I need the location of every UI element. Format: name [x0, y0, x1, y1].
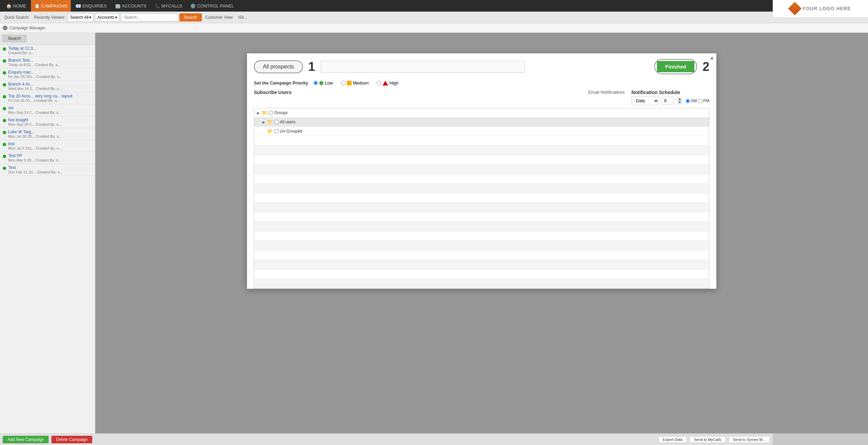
tree-empty-row — [254, 193, 709, 203]
pm-option[interactable]: PM — [698, 98, 709, 103]
finished-button[interactable]: Finished — [657, 61, 694, 72]
sidebar-campaign-item[interactable]: Top 20 Acco... very long ca... layout Fr… — [0, 92, 95, 104]
add-campaign-button[interactable]: Add New Campaign — [3, 436, 49, 443]
sidebar-campaign-item[interactable]: Not bought Mon Sep 24 2... Created By: s… — [0, 116, 95, 128]
search-input[interactable] — [121, 13, 178, 21]
priority-medium-radio[interactable] — [341, 81, 345, 85]
quick-search-button[interactable]: Quick Search — [2, 14, 31, 20]
nav-enquiries[interactable]: 📧 ENQUIRIES — [72, 0, 110, 12]
time-spinner[interactable]: ▲ ▼ — [677, 97, 682, 104]
time-up-button[interactable]: ▲ — [677, 97, 682, 101]
sidebar-search-button[interactable]: Search — [2, 35, 27, 42]
nav-enquiries-label: ENQUIRIES — [82, 3, 107, 9]
medium-dot-icon — [347, 81, 352, 86]
campaign-item-name: Art — [8, 106, 83, 110]
top-navigation: 🏠 HOME 📋 CAMPAIGNS 📧 ENQUIRIES 🏢 ACCOUNT… — [0, 0, 868, 12]
priority-high-option[interactable]: High — [377, 80, 399, 86]
tree-empty-row — [254, 174, 709, 184]
logo-text: YOUR LOGO HERE — [802, 6, 851, 11]
campaign-active-dot — [3, 47, 6, 51]
folder-icon-ungrouped: 📁 — [267, 128, 273, 134]
accounts-dropdown[interactable]: Accounts ▾ — [95, 13, 119, 21]
left-sidebar: Search Today at 11:3... Created By: s...… — [0, 33, 95, 433]
groups-label: Groups — [274, 110, 288, 115]
send-sms-button[interactable]: Send to Symes M... — [728, 436, 770, 443]
groups-checkbox[interactable] — [269, 111, 273, 115]
notification-schedule-section: Notification Schedule Daily Weekly Month… — [631, 90, 709, 105]
sidebar-campaign-item[interactable]: Luke W Targ... Mon Jul 30 20... Created … — [0, 128, 95, 140]
campaign-manager-icon — [3, 26, 7, 30]
subscribe-users-title: Subscribe Users — [254, 90, 292, 95]
campaign-item-date: Sun Feb 11 20... Created By: s... — [8, 170, 92, 174]
nav-control-panel[interactable]: ⚙️ CONTROL PANEL — [187, 0, 237, 12]
am-label: AM — [691, 98, 697, 103]
campaign-item-date: Mon Sep 24 2... Created By: s... — [8, 110, 92, 114]
search-all-dropdown[interactable]: Search All ▾ — [68, 13, 94, 21]
tree-empty-row — [254, 155, 709, 165]
campaign-item-name: Test — [8, 165, 83, 170]
tree-empty-row — [254, 260, 709, 270]
sidebar-search-row: Search — [0, 33, 95, 45]
logo-diamond-icon — [788, 2, 802, 15]
pm-label: PM — [703, 98, 709, 103]
campaign-item-date: Fri Jan 25 201... Created By: s... — [8, 75, 92, 79]
nav-mycalls-label: MYCALLS — [162, 3, 182, 9]
campaign-active-dot — [3, 95, 6, 98]
sidebar-campaign-item[interactable]: Test PP Mon Mar 5 20... Created By: s... — [0, 152, 95, 164]
isll-link[interactable]: iSll... — [236, 14, 249, 20]
customer-view-link[interactable]: Customer View — [203, 14, 235, 20]
nav-campaigns[interactable]: 📋 CAMPAIGNS — [31, 0, 71, 12]
priority-high-radio[interactable] — [377, 81, 381, 85]
tree-toggle-groups[interactable]: ▶ — [257, 111, 260, 115]
priority-low-radio[interactable] — [314, 81, 318, 85]
priority-title: Set the Campaign Priority — [254, 80, 308, 86]
priority-medium-option[interactable]: Medium — [341, 80, 369, 86]
nav-accounts[interactable]: 🏢 ACCOUNTS — [112, 0, 150, 12]
campaign-list: Today at 11:3... Created By: s... Branch… — [0, 45, 95, 176]
tree-empty-row — [254, 145, 709, 155]
folder-icon-groups: 📁 — [262, 110, 268, 116]
campaign-item-name: Test PP — [8, 153, 83, 158]
schedule-select[interactable]: Daily Weekly Monthly — [631, 96, 659, 105]
step1-row: All prospects 1 Finished 2 — [247, 53, 716, 78]
sidebar-campaign-item[interactable]: Branch 4 Ac... Wed Nov 14 2... Created B… — [0, 80, 95, 92]
user-tree: ▶ 📁 Groups ▶ 📁 All users ▶ — [254, 108, 709, 289]
tree-row-all-users[interactable]: ▶ 📁 All users — [254, 118, 709, 127]
campaign-active-dot — [3, 131, 6, 134]
chevron-down-icon: ▾ — [89, 15, 91, 20]
tree-row-groups[interactable]: ▶ 📁 Groups — [254, 108, 709, 118]
am-radio[interactable] — [686, 99, 690, 103]
time-input[interactable] — [662, 97, 674, 105]
sidebar-campaign-item[interactable]: Branch Test... Today at 8:52... Created … — [0, 57, 95, 68]
step2-number: 2 — [703, 60, 709, 74]
search-all-label: Search All — [70, 15, 89, 20]
tree-row-ungrouped[interactable]: ▶ 📁 Un-Grouped — [254, 127, 709, 136]
ungrouped-checkbox[interactable] — [274, 129, 278, 133]
pm-radio[interactable] — [698, 99, 703, 103]
am-option[interactable]: AM — [686, 98, 697, 103]
tree-empty-row — [254, 241, 709, 250]
campaign-item-date: Mon Mar 5 20... Created By: s... — [8, 158, 92, 162]
sidebar-campaign-item[interactable]: Test Sun Feb 11 20... Created By: s... — [0, 164, 95, 176]
priority-low-option[interactable]: Low — [314, 80, 333, 86]
delete-campaign-button[interactable]: Delete Campaign — [51, 436, 93, 443]
sidebar-campaign-item[interactable]: Art Mon Sep 24 2... Created By: s... — [0, 104, 95, 116]
sidebar-campaign-item[interactable]: test Mon Jul 9 201... Created By: s... — [0, 140, 95, 152]
search-go-button[interactable]: Search — [179, 13, 202, 21]
tree-toggle-all-users[interactable]: ▶ — [262, 120, 266, 124]
nav-home[interactable]: 🏠 HOME — [3, 0, 30, 12]
campaign-item-date: Today at 8:52... Created By: s... — [8, 63, 92, 67]
campaign-name-input[interactable] — [321, 61, 525, 73]
export-data-button[interactable]: Export Data — [658, 436, 687, 443]
send-mycalls-button[interactable]: Send to MyCalls — [690, 436, 726, 443]
time-down-button[interactable]: ▼ — [677, 101, 682, 104]
recently-viewed-button[interactable]: Recently Viewed — [32, 14, 66, 20]
nav-mycalls[interactable]: 📞 MYCALLS — [151, 0, 186, 12]
campaign-name-display: All prospects — [254, 60, 303, 73]
modal-close-button[interactable]: × — [710, 56, 713, 62]
all-users-checkbox[interactable] — [274, 120, 278, 124]
campaign-item-name: Top 20 Acco... very long ca... layout — [8, 94, 83, 98]
sidebar-campaign-item[interactable]: Enquiry mac... Fri Jan 25 201... Created… — [0, 68, 95, 80]
campaign-active-dot — [3, 107, 6, 110]
sidebar-campaign-item[interactable]: Today at 11:3... Created By: s... — [0, 45, 95, 57]
